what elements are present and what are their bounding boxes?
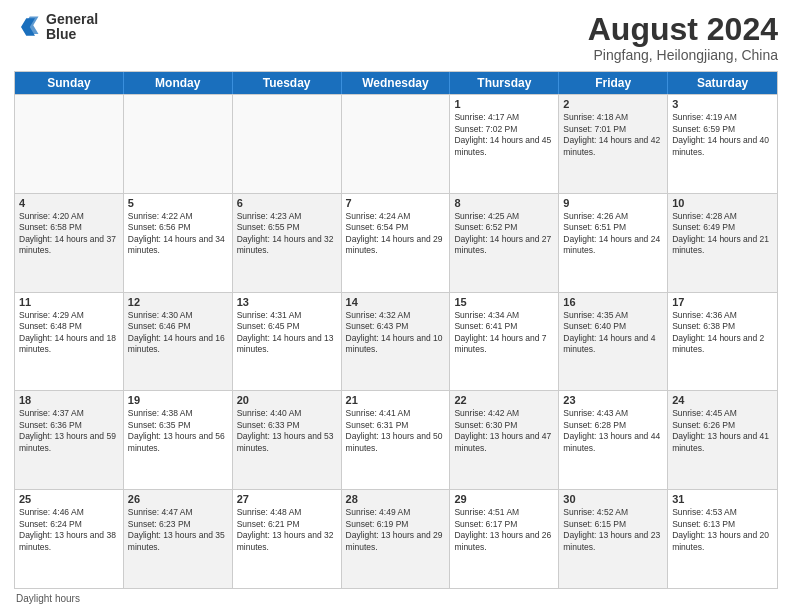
day-info: Sunrise: 4:40 AM Sunset: 6:33 PM Dayligh…: [237, 408, 337, 454]
day-number: 1: [454, 98, 554, 110]
calendar-cell: [124, 95, 233, 193]
day-info: Sunrise: 4:53 AM Sunset: 6:13 PM Dayligh…: [672, 507, 773, 553]
day-header-sunday: Sunday: [15, 72, 124, 94]
day-header-monday: Monday: [124, 72, 233, 94]
footer-note: Daylight hours: [14, 593, 778, 604]
logo-line2: Blue: [46, 27, 98, 42]
day-number: 14: [346, 296, 446, 308]
day-info: Sunrise: 4:48 AM Sunset: 6:21 PM Dayligh…: [237, 507, 337, 553]
calendar-cell: 20Sunrise: 4:40 AM Sunset: 6:33 PM Dayli…: [233, 391, 342, 489]
day-info: Sunrise: 4:46 AM Sunset: 6:24 PM Dayligh…: [19, 507, 119, 553]
page: General Blue August 2024 Pingfang, Heilo…: [0, 0, 792, 612]
day-info: Sunrise: 4:38 AM Sunset: 6:35 PM Dayligh…: [128, 408, 228, 454]
day-number: 13: [237, 296, 337, 308]
calendar-cell: 7Sunrise: 4:24 AM Sunset: 6:54 PM Daylig…: [342, 194, 451, 292]
calendar-cell: 29Sunrise: 4:51 AM Sunset: 6:17 PM Dayli…: [450, 490, 559, 588]
day-info: Sunrise: 4:47 AM Sunset: 6:23 PM Dayligh…: [128, 507, 228, 553]
day-number: 28: [346, 493, 446, 505]
day-number: 11: [19, 296, 119, 308]
day-number: 16: [563, 296, 663, 308]
calendar-week-2: 4Sunrise: 4:20 AM Sunset: 6:58 PM Daylig…: [15, 193, 777, 292]
day-info: Sunrise: 4:37 AM Sunset: 6:36 PM Dayligh…: [19, 408, 119, 454]
day-info: Sunrise: 4:51 AM Sunset: 6:17 PM Dayligh…: [454, 507, 554, 553]
calendar-cell: [15, 95, 124, 193]
day-info: Sunrise: 4:41 AM Sunset: 6:31 PM Dayligh…: [346, 408, 446, 454]
day-number: 9: [563, 197, 663, 209]
day-info: Sunrise: 4:49 AM Sunset: 6:19 PM Dayligh…: [346, 507, 446, 553]
calendar-cell: 10Sunrise: 4:28 AM Sunset: 6:49 PM Dayli…: [668, 194, 777, 292]
calendar-cell: 27Sunrise: 4:48 AM Sunset: 6:21 PM Dayli…: [233, 490, 342, 588]
day-number: 15: [454, 296, 554, 308]
day-number: 21: [346, 394, 446, 406]
calendar-cell: 5Sunrise: 4:22 AM Sunset: 6:56 PM Daylig…: [124, 194, 233, 292]
day-number: 4: [19, 197, 119, 209]
day-number: 5: [128, 197, 228, 209]
calendar-cell: [233, 95, 342, 193]
calendar-cell: 8Sunrise: 4:25 AM Sunset: 6:52 PM Daylig…: [450, 194, 559, 292]
calendar-cell: 16Sunrise: 4:35 AM Sunset: 6:40 PM Dayli…: [559, 293, 668, 391]
calendar-cell: 26Sunrise: 4:47 AM Sunset: 6:23 PM Dayli…: [124, 490, 233, 588]
day-info: Sunrise: 4:29 AM Sunset: 6:48 PM Dayligh…: [19, 310, 119, 356]
calendar-cell: 19Sunrise: 4:38 AM Sunset: 6:35 PM Dayli…: [124, 391, 233, 489]
calendar-header: SundayMondayTuesdayWednesdayThursdayFrid…: [15, 72, 777, 94]
day-number: 29: [454, 493, 554, 505]
calendar-cell: [342, 95, 451, 193]
day-info: Sunrise: 4:25 AM Sunset: 6:52 PM Dayligh…: [454, 211, 554, 257]
day-header-thursday: Thursday: [450, 72, 559, 94]
day-number: 20: [237, 394, 337, 406]
calendar-cell: 9Sunrise: 4:26 AM Sunset: 6:51 PM Daylig…: [559, 194, 668, 292]
day-number: 3: [672, 98, 773, 110]
day-number: 27: [237, 493, 337, 505]
day-number: 26: [128, 493, 228, 505]
day-info: Sunrise: 4:30 AM Sunset: 6:46 PM Dayligh…: [128, 310, 228, 356]
calendar-body: 1Sunrise: 4:17 AM Sunset: 7:02 PM Daylig…: [15, 94, 777, 588]
day-info: Sunrise: 4:26 AM Sunset: 6:51 PM Dayligh…: [563, 211, 663, 257]
calendar-cell: 4Sunrise: 4:20 AM Sunset: 6:58 PM Daylig…: [15, 194, 124, 292]
day-info: Sunrise: 4:52 AM Sunset: 6:15 PM Dayligh…: [563, 507, 663, 553]
day-number: 6: [237, 197, 337, 209]
calendar-cell: 15Sunrise: 4:34 AM Sunset: 6:41 PM Dayli…: [450, 293, 559, 391]
calendar-cell: 18Sunrise: 4:37 AM Sunset: 6:36 PM Dayli…: [15, 391, 124, 489]
calendar-week-4: 18Sunrise: 4:37 AM Sunset: 6:36 PM Dayli…: [15, 390, 777, 489]
calendar-cell: 24Sunrise: 4:45 AM Sunset: 6:26 PM Dayli…: [668, 391, 777, 489]
day-info: Sunrise: 4:31 AM Sunset: 6:45 PM Dayligh…: [237, 310, 337, 356]
calendar-cell: 22Sunrise: 4:42 AM Sunset: 6:30 PM Dayli…: [450, 391, 559, 489]
day-header-friday: Friday: [559, 72, 668, 94]
day-number: 30: [563, 493, 663, 505]
day-header-saturday: Saturday: [668, 72, 777, 94]
main-title: August 2024: [588, 12, 778, 47]
logo-icon: [14, 13, 42, 41]
calendar-cell: 1Sunrise: 4:17 AM Sunset: 7:02 PM Daylig…: [450, 95, 559, 193]
day-number: 24: [672, 394, 773, 406]
calendar-cell: 28Sunrise: 4:49 AM Sunset: 6:19 PM Dayli…: [342, 490, 451, 588]
day-info: Sunrise: 4:45 AM Sunset: 6:26 PM Dayligh…: [672, 408, 773, 454]
day-number: 12: [128, 296, 228, 308]
calendar-week-3: 11Sunrise: 4:29 AM Sunset: 6:48 PM Dayli…: [15, 292, 777, 391]
day-header-tuesday: Tuesday: [233, 72, 342, 94]
day-info: Sunrise: 4:22 AM Sunset: 6:56 PM Dayligh…: [128, 211, 228, 257]
day-number: 7: [346, 197, 446, 209]
calendar-cell: 12Sunrise: 4:30 AM Sunset: 6:46 PM Dayli…: [124, 293, 233, 391]
calendar-cell: 31Sunrise: 4:53 AM Sunset: 6:13 PM Dayli…: [668, 490, 777, 588]
calendar-cell: 23Sunrise: 4:43 AM Sunset: 6:28 PM Dayli…: [559, 391, 668, 489]
day-number: 18: [19, 394, 119, 406]
day-header-wednesday: Wednesday: [342, 72, 451, 94]
header: General Blue August 2024 Pingfang, Heilo…: [14, 12, 778, 63]
day-number: 2: [563, 98, 663, 110]
day-info: Sunrise: 4:18 AM Sunset: 7:01 PM Dayligh…: [563, 112, 663, 158]
day-number: 19: [128, 394, 228, 406]
day-info: Sunrise: 4:20 AM Sunset: 6:58 PM Dayligh…: [19, 211, 119, 257]
day-info: Sunrise: 4:42 AM Sunset: 6:30 PM Dayligh…: [454, 408, 554, 454]
calendar-cell: 13Sunrise: 4:31 AM Sunset: 6:45 PM Dayli…: [233, 293, 342, 391]
title-block: August 2024 Pingfang, Heilongjiang, Chin…: [588, 12, 778, 63]
day-number: 31: [672, 493, 773, 505]
calendar-cell: 6Sunrise: 4:23 AM Sunset: 6:55 PM Daylig…: [233, 194, 342, 292]
day-info: Sunrise: 4:23 AM Sunset: 6:55 PM Dayligh…: [237, 211, 337, 257]
logo-line1: General: [46, 12, 98, 27]
calendar-cell: 11Sunrise: 4:29 AM Sunset: 6:48 PM Dayli…: [15, 293, 124, 391]
day-info: Sunrise: 4:34 AM Sunset: 6:41 PM Dayligh…: [454, 310, 554, 356]
calendar-cell: 21Sunrise: 4:41 AM Sunset: 6:31 PM Dayli…: [342, 391, 451, 489]
calendar-cell: 30Sunrise: 4:52 AM Sunset: 6:15 PM Dayli…: [559, 490, 668, 588]
day-number: 10: [672, 197, 773, 209]
calendar-week-5: 25Sunrise: 4:46 AM Sunset: 6:24 PM Dayli…: [15, 489, 777, 588]
